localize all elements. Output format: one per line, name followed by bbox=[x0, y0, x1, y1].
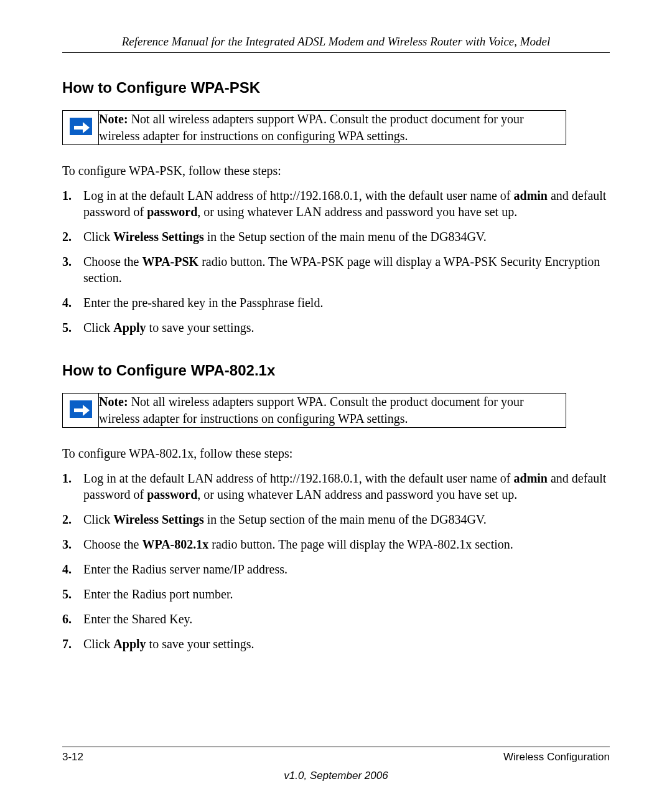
intro-text: To configure WPA-PSK, follow these steps… bbox=[62, 163, 610, 179]
note-icon-cell bbox=[63, 394, 99, 428]
step-item: Log in at the default LAN address of htt… bbox=[62, 187, 610, 220]
note-body: Not all wireless adapters support WPA. C… bbox=[99, 112, 524, 143]
section-heading-wpa-8021x: How to Configure WPA-802.1x bbox=[62, 362, 610, 379]
section-heading-wpa-psk: How to Configure WPA-PSK bbox=[62, 79, 610, 97]
note-box: Note: Not all wireless adapters support … bbox=[62, 393, 566, 428]
step-item: Click Apply to save your settings. bbox=[62, 636, 610, 652]
note-body: Not all wireless adapters support WPA. C… bbox=[99, 395, 524, 425]
note-label: Note: bbox=[99, 395, 128, 408]
version-text: v1.0, September 2006 bbox=[62, 770, 610, 782]
intro-text: To configure WPA-802.1x, follow these st… bbox=[62, 445, 610, 461]
note-text: Note: Not all wireless adapters support … bbox=[99, 111, 566, 145]
section-name: Wireless Configuration bbox=[503, 751, 610, 763]
arrow-right-icon bbox=[70, 118, 92, 135]
step-item: Click Wireless Settings in the Setup sec… bbox=[62, 511, 610, 527]
step-item: Choose the WPA-PSK radio button. The WPA… bbox=[62, 253, 610, 286]
note-text: Note: Not all wireless adapters support … bbox=[99, 394, 566, 428]
header-rule bbox=[62, 52, 610, 53]
step-item: Log in at the default LAN address of htt… bbox=[62, 470, 610, 503]
step-item: Choose the WPA-802.1x radio button. The … bbox=[62, 536, 610, 552]
note-label: Note: bbox=[99, 112, 128, 126]
footer-rule bbox=[62, 747, 610, 747]
page-footer: 3-12 Wireless Configuration v1.0, Septem… bbox=[62, 747, 610, 782]
step-item: Enter the pre-shared key in the Passphra… bbox=[62, 295, 610, 311]
step-item: Enter the Radius port number. bbox=[62, 586, 610, 602]
steps-list: Log in at the default LAN address of htt… bbox=[62, 187, 610, 336]
step-item: Enter the Shared Key. bbox=[62, 611, 610, 627]
steps-list: Log in at the default LAN address of htt… bbox=[62, 470, 610, 652]
page-number: 3-12 bbox=[62, 751, 83, 763]
note-icon-cell bbox=[63, 111, 99, 145]
step-item: Enter the Radius server name/IP address. bbox=[62, 561, 610, 577]
page-header: Reference Manual for the Integrated ADSL… bbox=[62, 35, 610, 49]
step-item: Click Wireless Settings in the Setup sec… bbox=[62, 229, 610, 245]
note-box: Note: Not all wireless adapters support … bbox=[62, 110, 566, 145]
arrow-right-icon bbox=[70, 400, 92, 418]
step-item: Click Apply to save your settings. bbox=[62, 319, 610, 336]
